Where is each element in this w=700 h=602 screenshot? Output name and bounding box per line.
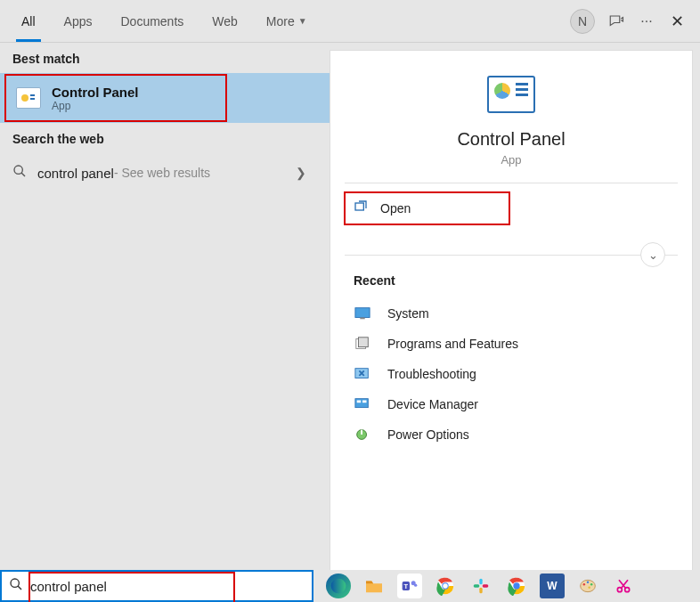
svg-point-3 <box>14 166 22 174</box>
main-split: Best match Control Panel App Search the … <box>0 43 700 570</box>
chevron-down-icon: ▼ <box>298 16 307 26</box>
svg-rect-29 <box>483 584 489 587</box>
preview-subtitle: App <box>501 153 521 167</box>
svg-point-22 <box>414 584 417 587</box>
search-input[interactable] <box>30 579 305 594</box>
user-avatar[interactable]: N <box>570 9 595 34</box>
programs-icon <box>354 336 371 352</box>
feedback-icon[interactable] <box>607 12 625 30</box>
tab-label: All <box>21 14 36 28</box>
result-subtitle: App <box>52 100 139 112</box>
svg-rect-27 <box>474 584 480 587</box>
expand-button[interactable]: ⌄ <box>640 242 665 267</box>
best-match-result[interactable]: Control Panel App <box>4 73 228 123</box>
tab-all[interactable]: All <box>7 0 50 42</box>
preview-hero: Control Panel App <box>330 51 692 183</box>
edge-icon[interactable] <box>326 574 351 598</box>
open-action[interactable]: Open <box>345 192 509 224</box>
web-result-suffix: - See web results <box>114 166 210 180</box>
recent-section: Recent System Programs and Features Trou… <box>330 256 692 468</box>
tab-more[interactable]: More▼ <box>252 0 322 42</box>
search-tabs-bar: All Apps Documents Web More▼ N ··· ✕ <box>0 0 700 43</box>
chevron-down-icon: ⌄ <box>648 248 658 262</box>
recent-item-troubleshooting[interactable]: Troubleshooting <box>354 359 669 389</box>
paint-icon[interactable] <box>575 574 600 598</box>
open-label: Open <box>380 201 411 216</box>
results-panel: Best match Control Panel App Search the … <box>0 43 330 570</box>
svg-point-35 <box>590 583 593 586</box>
svg-rect-1 <box>30 94 35 96</box>
control-panel-icon-large <box>487 76 535 113</box>
recent-item-label: System <box>387 306 429 321</box>
recent-item-programs[interactable]: Programs and Features <box>354 329 669 359</box>
svg-rect-28 <box>479 588 482 594</box>
tab-label: More <box>266 14 295 28</box>
preview-title: Control Panel <box>457 129 565 150</box>
recent-label: Recent <box>354 273 669 288</box>
tab-web[interactable]: Web <box>198 0 252 42</box>
svg-point-31 <box>513 582 519 589</box>
more-icon[interactable]: ··· <box>638 12 655 30</box>
svg-rect-15 <box>361 430 362 435</box>
svg-rect-2 <box>30 98 35 100</box>
tab-label: Apps <box>64 14 93 28</box>
search-icon <box>9 577 23 595</box>
svg-point-0 <box>21 94 28 102</box>
best-match-label: Best match <box>0 43 330 73</box>
icon-bars <box>516 83 528 96</box>
recent-item-device-manager[interactable]: Device Manager <box>354 389 669 419</box>
svg-rect-13 <box>362 401 367 403</box>
svg-rect-12 <box>357 401 362 403</box>
best-match-row-bg: Control Panel App <box>0 73 330 123</box>
web-result-term: control panel <box>37 166 114 181</box>
svg-point-25 <box>443 583 448 589</box>
svg-point-18 <box>331 579 346 594</box>
svg-rect-7 <box>360 318 364 320</box>
tab-apps[interactable]: Apps <box>50 0 107 42</box>
power-options-icon <box>354 427 371 443</box>
svg-point-33 <box>583 583 586 586</box>
svg-rect-26 <box>479 579 482 585</box>
recent-item-label: Device Manager <box>387 397 478 411</box>
snipping-tool-icon[interactable] <box>611 574 636 598</box>
svg-line-4 <box>21 173 25 176</box>
topbar-actions: N ··· ✕ <box>570 9 693 34</box>
avatar-letter: N <box>578 14 587 28</box>
svg-text:T: T <box>404 582 409 590</box>
troubleshooting-icon <box>354 366 371 382</box>
svg-rect-6 <box>355 308 370 318</box>
web-result-row[interactable]: control panel - See web results ❯ <box>0 153 330 192</box>
svg-point-36 <box>588 586 590 589</box>
chrome-icon[interactable] <box>433 574 458 598</box>
chevron-right-icon: ❯ <box>296 166 306 180</box>
recent-item-label: Programs and Features <box>387 337 518 351</box>
slack-icon[interactable] <box>468 574 493 598</box>
chrome-icon-2[interactable] <box>504 574 529 598</box>
svg-rect-5 <box>355 203 363 210</box>
device-manager-icon <box>354 396 371 412</box>
word-icon[interactable]: W <box>540 574 565 598</box>
svg-point-34 <box>587 582 590 584</box>
svg-point-16 <box>11 579 19 587</box>
search-input-wrap <box>30 579 305 594</box>
recent-item-system[interactable]: System <box>354 298 669 329</box>
search-icon <box>12 164 27 182</box>
svg-line-17 <box>18 586 21 590</box>
teams-icon[interactable]: T <box>397 574 422 598</box>
close-icon[interactable]: ✕ <box>668 12 686 30</box>
preview-panel: Control Panel App Open ⌄ Recent System P… <box>330 50 693 570</box>
tab-documents[interactable]: Documents <box>106 0 198 42</box>
svg-rect-9 <box>359 338 369 347</box>
taskbar-icons: T W <box>313 570 636 602</box>
result-title: Control Panel <box>52 85 139 100</box>
actions-section: Open ⌄ <box>330 183 692 255</box>
search-box[interactable] <box>0 570 313 602</box>
tabs-container: All Apps Documents Web More▼ <box>7 0 322 42</box>
svg-rect-11 <box>355 399 368 408</box>
file-explorer-icon[interactable] <box>362 574 387 598</box>
recent-item-label: Troubleshooting <box>387 367 476 381</box>
control-panel-icon <box>16 87 41 109</box>
search-web-label: Search the web <box>0 123 330 153</box>
best-match-text: Control Panel App <box>52 85 139 112</box>
recent-item-power-options[interactable]: Power Options <box>354 419 669 450</box>
